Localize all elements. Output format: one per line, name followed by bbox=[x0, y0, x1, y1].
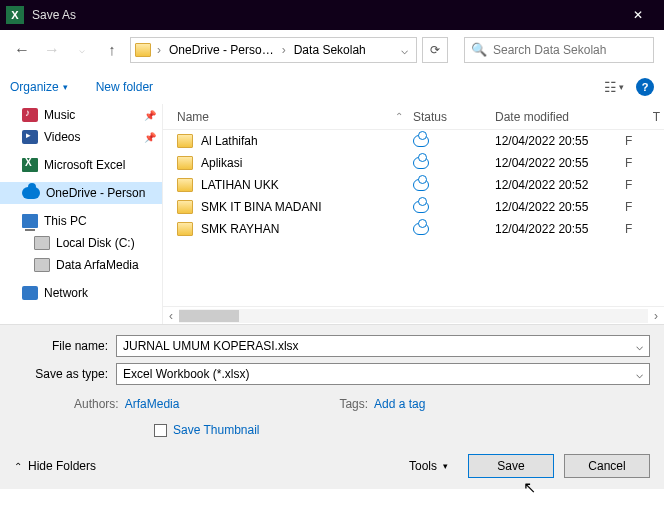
sidebar-excel[interactable]: Microsoft Excel bbox=[0, 154, 162, 176]
disk-icon bbox=[34, 258, 50, 272]
folder-icon bbox=[177, 178, 193, 192]
hide-folders-toggle[interactable]: ⌃Hide Folders bbox=[14, 459, 96, 473]
column-name[interactable]: Name⌃ bbox=[163, 110, 413, 124]
type-select[interactable]: Excel Workbook (*.xlsx) bbox=[116, 363, 650, 385]
cloud-status-icon bbox=[413, 201, 429, 213]
file-name: LATIHAN UKK bbox=[201, 178, 279, 192]
file-row[interactable]: SMK IT BINA MADANI12/04/2022 20:55F bbox=[163, 196, 664, 218]
command-bar: Organize▾ New folder ☷ ▾ ? bbox=[0, 70, 664, 104]
sidebar-videos[interactable]: Videos📌 bbox=[0, 126, 162, 148]
sidebar-music[interactable]: Music📌 bbox=[0, 104, 162, 126]
window-title: Save As bbox=[32, 8, 618, 22]
pin-icon: 📌 bbox=[144, 132, 156, 143]
sidebar-thispc[interactable]: This PC bbox=[0, 210, 162, 232]
sort-asc-icon: ⌃ bbox=[395, 111, 403, 122]
chevron-down-icon: ▾ bbox=[443, 461, 448, 471]
file-name: Al Lathifah bbox=[201, 134, 258, 148]
save-thumbnail-label[interactable]: Save Thumbnail bbox=[173, 423, 260, 437]
refresh-button[interactable]: ⟳ bbox=[422, 37, 448, 63]
folder-icon bbox=[177, 156, 193, 170]
authors-value[interactable]: ArfaMedia bbox=[125, 397, 180, 411]
sidebar-localdisk[interactable]: Local Disk (C:) bbox=[0, 232, 162, 254]
file-row[interactable]: Aplikasi12/04/2022 20:55F bbox=[163, 152, 664, 174]
folder-icon bbox=[177, 134, 193, 148]
network-icon bbox=[22, 286, 38, 300]
help-button[interactable]: ? bbox=[636, 78, 654, 96]
search-box[interactable]: 🔍 bbox=[464, 37, 654, 63]
chevron-down-icon: ▾ bbox=[63, 82, 68, 92]
scroll-left-icon[interactable]: ‹ bbox=[163, 309, 179, 323]
filename-label: File name: bbox=[14, 339, 116, 353]
excel-logo-icon: X bbox=[6, 6, 24, 24]
sidebar-onedrive[interactable]: OneDrive - Person bbox=[0, 182, 162, 204]
nav-up-button[interactable]: ↑ bbox=[100, 38, 124, 62]
type-label: Save as type: bbox=[14, 367, 116, 381]
file-date: 12/04/2022 20:55 bbox=[495, 222, 625, 236]
sidebar-network[interactable]: Network bbox=[0, 282, 162, 304]
breadcrumb[interactable]: › OneDrive - Perso… › Data Sekolah ⌵ bbox=[130, 37, 417, 63]
breadcrumb-sep-icon: › bbox=[282, 43, 286, 57]
file-date: 12/04/2022 20:52 bbox=[495, 178, 625, 192]
scroll-thumb[interactable] bbox=[179, 310, 239, 322]
cancel-button[interactable]: Cancel bbox=[564, 454, 650, 478]
file-list: Name⌃ Status Date modified T Al Lathifah… bbox=[162, 104, 664, 324]
file-name: SMK RAYHAN bbox=[201, 222, 279, 236]
organize-menu[interactable]: Organize▾ bbox=[10, 80, 68, 94]
cloud-status-icon bbox=[413, 157, 429, 169]
cloud-status-icon bbox=[413, 179, 429, 191]
sidebar-arfa[interactable]: Data ArfaMedia bbox=[0, 254, 162, 276]
nav-recent-dropdown[interactable]: ⌵ bbox=[70, 38, 94, 62]
horizontal-scrollbar[interactable]: ‹ › bbox=[163, 306, 664, 324]
pc-icon bbox=[22, 214, 38, 228]
titlebar: X Save As ✕ bbox=[0, 0, 664, 30]
tools-menu[interactable]: Tools▾ bbox=[409, 459, 448, 473]
nav-forward-button[interactable]: → bbox=[40, 38, 64, 62]
music-icon bbox=[22, 108, 38, 122]
disk-icon bbox=[34, 236, 50, 250]
folder-icon bbox=[135, 43, 151, 57]
close-button[interactable]: ✕ bbox=[618, 0, 658, 30]
nav-back-button[interactable]: ← bbox=[10, 38, 34, 62]
view-menu[interactable]: ☷ ▾ bbox=[604, 79, 624, 95]
folder-icon bbox=[177, 222, 193, 236]
column-date[interactable]: Date modified bbox=[495, 110, 625, 124]
breadcrumb-sep-icon: › bbox=[157, 43, 161, 57]
column-headers[interactable]: Name⌃ Status Date modified T bbox=[163, 104, 664, 130]
column-status[interactable]: Status bbox=[413, 110, 495, 124]
onedrive-icon bbox=[22, 187, 40, 199]
footer: ⌃Hide Folders Tools▾ Save Cancel bbox=[0, 443, 664, 489]
save-thumbnail-checkbox[interactable] bbox=[154, 424, 167, 437]
filename-input[interactable] bbox=[123, 339, 636, 353]
save-button[interactable]: Save bbox=[468, 454, 554, 478]
new-folder-button[interactable]: New folder bbox=[96, 80, 153, 94]
file-date: 12/04/2022 20:55 bbox=[495, 200, 625, 214]
file-name: Aplikasi bbox=[201, 156, 242, 170]
file-row[interactable]: SMK RAYHAN12/04/2022 20:55F bbox=[163, 218, 664, 240]
sidebar: Music📌 Videos📌 Microsoft Excel OneDrive … bbox=[0, 104, 162, 324]
chevron-up-icon: ⌃ bbox=[14, 461, 22, 472]
file-date: 12/04/2022 20:55 bbox=[495, 134, 625, 148]
search-input[interactable] bbox=[493, 43, 647, 57]
save-form: File name: Save as type: Excel Workbook … bbox=[0, 324, 664, 443]
folder-icon bbox=[177, 200, 193, 214]
search-icon: 🔍 bbox=[471, 42, 487, 57]
cloud-status-icon bbox=[413, 223, 429, 235]
pin-icon: 📌 bbox=[144, 110, 156, 121]
column-more[interactable]: T bbox=[625, 110, 664, 124]
file-name: SMK IT BINA MADANI bbox=[201, 200, 321, 214]
breadcrumb-current[interactable]: Data Sekolah bbox=[292, 43, 368, 57]
file-date: 12/04/2022 20:55 bbox=[495, 156, 625, 170]
cloud-status-icon bbox=[413, 135, 429, 147]
video-icon bbox=[22, 130, 38, 144]
file-row[interactable]: LATIHAN UKK12/04/2022 20:52F bbox=[163, 174, 664, 196]
breadcrumb-dropdown[interactable]: ⌵ bbox=[397, 43, 412, 57]
navbar: ← → ⌵ ↑ › OneDrive - Perso… › Data Sekol… bbox=[0, 30, 664, 70]
scroll-right-icon[interactable]: › bbox=[648, 309, 664, 323]
breadcrumb-onedrive[interactable]: OneDrive - Perso… bbox=[167, 43, 276, 57]
authors-label: Authors: bbox=[74, 397, 119, 411]
filename-field[interactable] bbox=[116, 335, 650, 357]
file-row[interactable]: Al Lathifah12/04/2022 20:55F bbox=[163, 130, 664, 152]
excel-icon bbox=[22, 158, 38, 172]
tags-label: Tags: bbox=[339, 397, 368, 411]
tags-value[interactable]: Add a tag bbox=[374, 397, 425, 411]
